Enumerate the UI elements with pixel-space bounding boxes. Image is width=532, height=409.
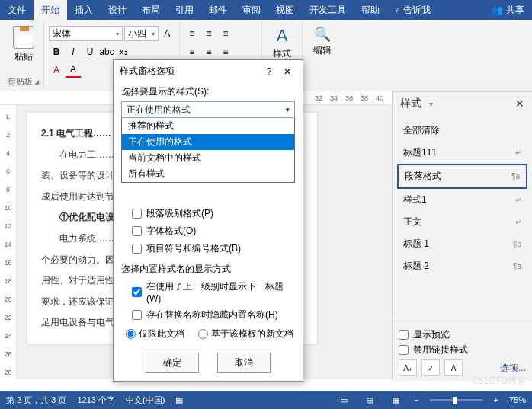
pane-dropdown-icon[interactable]: ▾: [429, 100, 433, 108]
tab-insert[interactable]: 插入: [67, 0, 101, 20]
style-pane-options-dialog: 样式窗格选项 ? ✕ 选择要显示的样式(S): 正在使用的格式▾ 推荐的样式 正…: [113, 59, 303, 382]
share-icon: 👥: [492, 5, 503, 15]
group-clipboard-label: 剪贴板: [8, 76, 33, 88]
close-button[interactable]: ✕: [278, 66, 296, 77]
bullets-button[interactable]: ≡: [184, 26, 200, 41]
font-color-button[interactable]: A: [66, 62, 81, 78]
tab-review[interactable]: 审阅: [235, 0, 268, 20]
italic-button[interactable]: I: [66, 44, 81, 59]
font-size-combo[interactable]: 小四▾: [124, 26, 159, 41]
style-item-clear-all[interactable]: 全部清除: [397, 120, 527, 142]
tell-me[interactable]: ♀告诉我: [393, 4, 431, 17]
radio-template[interactable]: 基于该模板的新文档: [198, 328, 293, 340]
chk-paragraph-format[interactable]: 段落级别格式(P): [132, 207, 295, 220]
print-layout-icon[interactable]: ▤: [362, 394, 377, 406]
tab-help[interactable]: 帮助: [354, 0, 387, 20]
lightbulb-icon: ♀: [393, 5, 400, 15]
pane-close-button[interactable]: ✕: [515, 97, 524, 110]
align-left-button[interactable]: ≡: [184, 44, 200, 59]
tab-references[interactable]: 引用: [168, 0, 201, 20]
show-styles-dropdown[interactable]: 正在使用的格式▾: [121, 101, 295, 118]
chk-font-format[interactable]: 字体格式(O): [132, 225, 295, 238]
align-center-button[interactable]: ≡: [201, 44, 216, 59]
dialog-title: 样式窗格选项: [120, 65, 260, 78]
cancel-button[interactable]: 取消: [217, 353, 271, 373]
clipboard-icon: [13, 26, 34, 49]
bold-button[interactable]: B: [49, 44, 64, 59]
disable-linked-checkbox[interactable]: 禁用链接样式: [399, 343, 526, 356]
options-link[interactable]: 选项...: [500, 362, 526, 375]
tab-design[interactable]: 设计: [101, 0, 134, 20]
help-button[interactable]: ?: [260, 66, 278, 77]
align-right-button[interactable]: ≡: [218, 44, 233, 59]
builtin-display-label: 选择内置样式名的显示方式: [121, 263, 295, 276]
dropdown-option-indoc[interactable]: 当前文档中的样式: [122, 150, 294, 166]
numbering-button[interactable]: ≡: [201, 26, 216, 41]
zoom-in-button[interactable]: +: [494, 395, 498, 404]
dropdown-option-recommended[interactable]: 推荐的样式: [122, 118, 294, 134]
share-button[interactable]: 👥共享: [492, 4, 524, 17]
highlight-button[interactable]: A: [49, 62, 64, 78]
read-mode-icon[interactable]: ▭: [336, 394, 351, 406]
style-item[interactable]: 正文↵: [397, 211, 527, 233]
font-name-combo[interactable]: 宋体▾: [49, 26, 123, 41]
manage-styles-button[interactable]: A: [444, 359, 463, 376]
tab-view[interactable]: 视图: [268, 0, 302, 20]
show-styles-dropdown-list: 推荐的样式 正在使用的格式 当前文档中的样式 所有样式: [121, 118, 295, 183]
tab-mail[interactable]: 邮件: [201, 0, 235, 20]
show-preview-checkbox[interactable]: 显示预览: [399, 328, 526, 341]
style-item[interactable]: 标题 1¶a: [397, 233, 527, 255]
editing-button[interactable]: 🔍 编辑: [307, 23, 338, 57]
ok-button[interactable]: 确定: [146, 353, 199, 373]
radio-this-doc[interactable]: 仅限此文档: [126, 328, 184, 340]
paste-button[interactable]: 粘贴: [8, 23, 39, 63]
tab-file[interactable]: 文件: [0, 0, 34, 20]
dropdown-option-all[interactable]: 所有样式: [122, 166, 294, 182]
zoom-slider[interactable]: [430, 399, 483, 401]
clipboard-launcher-icon[interactable]: ◢: [34, 78, 39, 85]
tab-layout[interactable]: 布局: [134, 0, 168, 20]
underline-button[interactable]: U: [82, 44, 98, 59]
watermark: ©51CTO博客: [472, 375, 526, 388]
chk-hide-builtin[interactable]: 存在替换名称时隐藏内置名称(H): [132, 308, 295, 321]
subscript-button[interactable]: x₂: [116, 44, 131, 59]
zoom-level[interactable]: 75%: [509, 395, 526, 404]
page-indicator[interactable]: 第 2 页，共 3 页: [6, 395, 66, 406]
status-bar: 第 2 页，共 3 页 1213 个字 中文(中国) ▦ ▭ ▤ ▦ − + 7…: [0, 391, 532, 409]
style-item[interactable]: 样式1↵: [397, 189, 527, 211]
new-style-button[interactable]: A₊: [399, 359, 417, 376]
style-item-selected[interactable]: 段落格式¶a: [397, 164, 527, 189]
word-count[interactable]: 1213 个字: [77, 395, 115, 406]
dropdown-option-inuse[interactable]: 正在使用的格式: [122, 134, 294, 150]
language-indicator[interactable]: 中文(中国): [126, 395, 165, 406]
styles-pane-title: 样式: [400, 97, 421, 110]
web-layout-icon[interactable]: ▦: [388, 394, 403, 406]
zoom-out-button[interactable]: −: [414, 395, 418, 404]
search-icon: 🔍: [314, 26, 331, 43]
style-inspector-button[interactable]: ✓: [421, 359, 440, 376]
show-styles-label: 选择要显示的样式(S):: [121, 85, 295, 98]
chevron-down-icon: ▾: [286, 106, 290, 113]
tab-home[interactable]: 开始: [34, 0, 67, 20]
vertical-ruler[interactable]: L 2 4 6 8 10 12 14 16 18 20 22 24 26 28: [0, 105, 17, 379]
tab-dev[interactable]: 开发工具: [302, 0, 354, 20]
styles-icon: A: [277, 26, 288, 46]
multilevel-button[interactable]: ≡: [218, 26, 233, 41]
macro-indicator-icon[interactable]: ▦: [175, 395, 183, 405]
strike-button[interactable]: abc: [99, 44, 114, 59]
grow-font-icon[interactable]: A: [160, 26, 175, 41]
style-item[interactable]: 标题111↵: [397, 142, 527, 164]
chk-show-next-heading[interactable]: 在使用了上一级别时显示下一标题(W): [132, 280, 295, 304]
styles-pane: 样式 ▾ ✕ 全部清除 标题111↵ 段落格式¶a 样式1↵ 正文↵ 标题 1¶…: [392, 91, 532, 381]
chk-bullet-format[interactable]: 项目符号和编号格式(B): [132, 242, 295, 255]
styles-button[interactable]: A 样式: [267, 23, 297, 60]
style-item[interactable]: 标题 2¶a: [397, 255, 527, 277]
